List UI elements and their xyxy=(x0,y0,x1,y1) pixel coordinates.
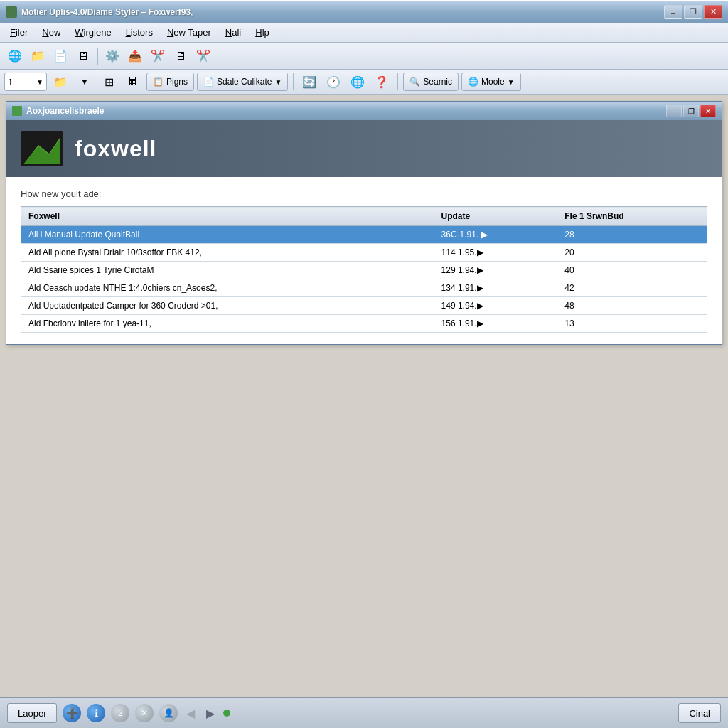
menu-bar: Filer New Wirgiene Listors New Taper Nal… xyxy=(0,23,728,43)
arrow-icon-btn[interactable]: ▼ xyxy=(74,71,95,92)
add-icon[interactable]: ➕ xyxy=(63,704,81,722)
row-count: 13 xyxy=(557,315,707,333)
prev-arrow-icon[interactable]: ◀ xyxy=(183,705,198,722)
row-update: 134 1.91.▶ xyxy=(434,279,557,297)
sdale-arrow-icon: ▼ xyxy=(274,78,282,86)
menu-hlp[interactable]: Hlp xyxy=(248,26,277,39)
folder-icon-btn[interactable]: 📁 xyxy=(50,71,71,92)
foxwell-logo-svg xyxy=(24,138,60,164)
section-label: How new yoult ade: xyxy=(21,188,707,199)
inner-restore-button[interactable]: ❐ xyxy=(683,105,699,117)
next-arrow-icon[interactable]: ▶ xyxy=(203,705,218,722)
sync-icon-btn[interactable]: 🔄 xyxy=(299,71,320,92)
row-name: All i Manual Update QualtBall xyxy=(21,226,434,244)
sdale-button[interactable]: 📄 Sdale Culikate ▼ xyxy=(197,73,288,91)
col-foxwell: Foxwell xyxy=(21,207,434,226)
moole-label: Moole xyxy=(481,77,505,87)
document-button[interactable]: 📄 xyxy=(50,46,71,67)
row-name: Ald Ssarie spices 1 Tyrie CirotaM xyxy=(21,262,434,279)
folder-button[interactable]: 📁 xyxy=(27,46,48,67)
help-icon-btn[interactable]: ❓ xyxy=(371,71,392,92)
row-name: Ald Ceasch update NTHE 1:4.0chiers cn_As… xyxy=(21,279,434,297)
delete-icon[interactable]: ✕ xyxy=(135,704,154,722)
grid-icon-btn[interactable]: ⊞ xyxy=(98,71,119,92)
close-button[interactable]: ✕ xyxy=(704,5,722,19)
row-update: 36C-1.91. ▶ xyxy=(434,226,557,244)
searnic-label: Searnic xyxy=(423,77,452,87)
calc-icon-btn[interactable]: 🖩 xyxy=(122,71,144,92)
menu-new-taper[interactable]: New Taper xyxy=(160,26,218,39)
foxwell-brand-name: foxwell xyxy=(75,136,156,162)
row-name: Ald All plone Bystal Driair 10/3soffor F… xyxy=(21,244,434,262)
inner-app-icon xyxy=(12,106,22,116)
table-row[interactable]: Ald Ssarie spices 1 Tyrie CirotaM129 1.9… xyxy=(21,262,707,279)
table-row[interactable]: Ald Upotadentpated Camper for 360 Croder… xyxy=(21,297,707,315)
menu-listors[interactable]: Listors xyxy=(119,26,160,39)
row-update: 149 1.94.▶ xyxy=(434,297,557,315)
scissors-button[interactable]: ✂️ xyxy=(147,46,168,67)
toolbar-2: 1 ▼ 📁 ▼ ⊞ 🖩 📋 Pigns 📄 Sdale Culikate ▼ 🔄… xyxy=(0,70,728,95)
inner-close-button[interactable]: ✕ xyxy=(700,105,716,117)
dropdown-value: 1 xyxy=(8,77,13,87)
row-update: 129 1.94.▶ xyxy=(434,262,557,279)
number2-icon: 2 xyxy=(111,704,129,722)
info-icon[interactable]: ℹ xyxy=(87,704,105,722)
menu-wirgiene[interactable]: Wirgiene xyxy=(68,26,118,39)
menu-nali[interactable]: Nali xyxy=(218,26,248,39)
title-bar: Motier Uplis-4.0/Diame Styler – Foxwerf9… xyxy=(0,0,728,23)
col-count: Fle 1 SrwnBud xyxy=(557,207,707,226)
moole-button[interactable]: 🌐 Moole ▼ xyxy=(461,73,521,91)
inner-minimize-button[interactable]: – xyxy=(666,105,682,117)
pigns-button[interactable]: 📋 Pigns xyxy=(146,73,194,91)
back-button[interactable]: 🌐 xyxy=(4,46,26,67)
foxwell-header: foxwell xyxy=(6,120,722,177)
updates-table: Foxwell Update Fle 1 SrwnBud All i Manua… xyxy=(21,206,707,333)
content-area: foxwell How new yoult ade: Foxwell Updat… xyxy=(6,120,722,344)
app-icon xyxy=(6,6,17,18)
searnic-icon: 🔍 xyxy=(410,77,420,87)
clock-icon-btn[interactable]: 🕐 xyxy=(323,71,344,92)
separator-1 xyxy=(97,48,98,65)
searnic-button[interactable]: 🔍 Searnic xyxy=(403,73,459,91)
status-dot xyxy=(223,710,230,717)
col-update: Update xyxy=(434,207,557,226)
minimize-button[interactable]: – xyxy=(664,5,682,19)
sdale-label: Sdale Culikate xyxy=(217,77,272,87)
moole-arrow-icon: ▼ xyxy=(508,78,515,86)
status-bar: Laoper ➕ ℹ 2 ✕ 👤 ◀ ▶ Cinal xyxy=(0,697,728,728)
number-dropdown[interactable]: 1 ▼ xyxy=(4,73,47,91)
inner-window-title: Aoxjoancelisbraele xyxy=(26,106,666,116)
table-row[interactable]: Ald Ceasch update NTHE 1:4.0chiers cn_As… xyxy=(21,279,707,297)
sdale-icon: 📄 xyxy=(203,77,214,87)
foxwell-logo-box xyxy=(21,131,63,166)
cinal-button[interactable]: Cinal xyxy=(678,703,721,723)
inner-title-bar: Aoxjoancelisbraele – ❐ ✕ xyxy=(6,102,722,120)
menu-filer[interactable]: Filer xyxy=(3,26,35,39)
toolbar-1: 🌐 📁 📄 🖥 ⚙️ 📤 ✂️ 🖥 ✂️ xyxy=(0,43,728,70)
row-count: 20 xyxy=(557,244,707,262)
table-row[interactable]: Ald All plone Bystal Driair 10/3soffor F… xyxy=(21,244,707,262)
table-row[interactable]: All i Manual Update QualtBall36C-1.91. ▶… xyxy=(21,226,707,244)
inner-window-controls: – ❐ ✕ xyxy=(666,105,716,117)
window-title: Motier Uplis-4.0/Diame Styler – Foxwerf9… xyxy=(21,7,664,17)
user-icon[interactable]: 👤 xyxy=(159,704,178,722)
restore-button[interactable]: ❐ xyxy=(684,5,702,19)
menu-new[interactable]: New xyxy=(35,26,68,39)
row-count: 42 xyxy=(557,279,707,297)
globe-icon-btn[interactable]: 🌐 xyxy=(347,71,368,92)
settings-button[interactable]: ⚙️ xyxy=(102,46,123,67)
row-name: Ald Fbcrionv iniiere for 1 yea-11, xyxy=(21,315,434,333)
laoper-button[interactable]: Laoper xyxy=(7,703,57,723)
row-name: Ald Upotadentpated Camper for 360 Croder… xyxy=(21,297,434,315)
computer-button[interactable]: 🖥 xyxy=(73,46,94,67)
dropdown-arrow-icon: ▼ xyxy=(36,78,43,86)
moole-icon: 🌐 xyxy=(468,77,478,87)
separator-3 xyxy=(397,73,398,90)
upload-button[interactable]: 📤 xyxy=(124,46,146,67)
row-count: 40 xyxy=(557,262,707,279)
scissors2-button[interactable]: ✂️ xyxy=(193,46,214,67)
separator-2 xyxy=(293,73,294,90)
row-update: 156 1.91.▶ xyxy=(434,315,557,333)
monitor-button[interactable]: 🖥 xyxy=(170,46,191,67)
table-row[interactable]: Ald Fbcrionv iniiere for 1 yea-11,156 1.… xyxy=(21,315,707,333)
